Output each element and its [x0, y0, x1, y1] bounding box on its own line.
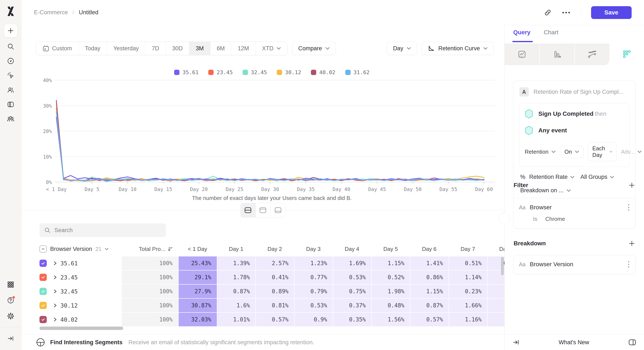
- breadcrumb-project[interactable]: E-Commerce: [34, 9, 68, 16]
- row-checkbox[interactable]: [40, 302, 47, 309]
- filter-card[interactable]: Aa Browser Is Chrome: [513, 198, 636, 228]
- panel-resize-handle[interactable]: [499, 213, 510, 224]
- metric-select[interactable]: Retention Rate: [529, 174, 574, 180]
- row-expander-icon[interactable]: [53, 261, 58, 266]
- row-checkbox[interactable]: [40, 316, 47, 323]
- funnels-icon[interactable]: [539, 43, 574, 65]
- mixpanel-logo[interactable]: [7, 6, 14, 17]
- day-column-header[interactable]: Day 2: [256, 242, 294, 256]
- apps-grid-icon[interactable]: [4, 278, 18, 291]
- boards-icon[interactable]: [4, 98, 18, 111]
- legend-item[interactable]: 40.02: [311, 69, 335, 75]
- table-header-row: Browser Version 21 Total Pro... < 1 DayD…: [40, 242, 504, 256]
- granularity-select[interactable]: Day: [387, 42, 417, 55]
- search-icon[interactable]: [4, 40, 18, 53]
- chart-only-view-button[interactable]: [256, 203, 270, 217]
- tab-chart[interactable]: Chart: [544, 29, 558, 39]
- step-title[interactable]: Retention Rate of Sign Up Compl...: [534, 89, 624, 95]
- day-column-header[interactable]: Day 4: [333, 242, 371, 256]
- legend-item[interactable]: 35.61: [174, 69, 198, 75]
- day-column-header[interactable]: Day 7: [448, 242, 487, 256]
- range-7d[interactable]: 7D: [145, 42, 166, 55]
- row-expander-icon[interactable]: [53, 303, 58, 308]
- breakdown-property[interactable]: Browser Version: [530, 261, 573, 268]
- chevron-down-icon[interactable]: [105, 248, 108, 250]
- retention-line-chart[interactable]: 0%10%20%30%40%< 1 DayDay 5Day 10Day 15Da…: [36, 76, 504, 193]
- row-checkbox[interactable]: [40, 274, 47, 281]
- retention-cell: 0.79%: [294, 285, 333, 298]
- save-button[interactable]: Save: [591, 6, 632, 19]
- row-checkbox[interactable]: [40, 260, 47, 267]
- day-column-header[interactable]: Day 1: [217, 242, 256, 256]
- row-expander-icon[interactable]: [53, 289, 58, 294]
- first-event-row[interactable]: Sign Up Completedthen: [525, 109, 624, 119]
- groups-select[interactable]: All Groups: [580, 174, 614, 180]
- each-day-select[interactable]: Each Day: [588, 142, 617, 161]
- range-3m[interactable]: 3M: [189, 42, 210, 55]
- table-only-view-button[interactable]: [270, 203, 286, 217]
- horizontal-scrollbar-thumb[interactable]: [40, 327, 123, 330]
- vertical-scrollbar-thumb[interactable]: [501, 257, 504, 275]
- day-column-header[interactable]: Day 5: [371, 242, 410, 256]
- advanced-select[interactable]: Adv...: [621, 149, 642, 155]
- second-event-row[interactable]: Any event: [525, 126, 624, 135]
- day-column-header[interactable]: Day 3: [294, 242, 333, 256]
- row-checkbox[interactable]: [40, 288, 47, 295]
- range-yesterday[interactable]: Yesterday: [107, 42, 145, 55]
- date-range-group: CustomTodayYesterday7D30D3M6M12MXTD: [36, 41, 288, 55]
- filter-value[interactable]: Chrome: [545, 216, 565, 222]
- add-filter-icon[interactable]: [629, 182, 635, 188]
- retention-cell: 0.53%: [294, 299, 333, 312]
- legend-item[interactable]: 30.12: [277, 69, 301, 75]
- day-column-header[interactable]: Day 8: [487, 242, 504, 256]
- flow-icon[interactable]: [574, 43, 610, 65]
- help-icon[interactable]: [4, 294, 18, 307]
- create-new-button[interactable]: [4, 24, 18, 37]
- chart-type-select[interactable]: Retention Curve: [422, 42, 494, 55]
- users-icon[interactable]: [4, 83, 18, 97]
- range-today[interactable]: Today: [78, 42, 107, 55]
- more-ellipsis-icon[interactable]: [562, 11, 570, 14]
- day-column-header[interactable]: Day 6: [410, 242, 448, 256]
- compare-button[interactable]: Compare: [292, 42, 336, 55]
- row-expander-icon[interactable]: [53, 317, 58, 322]
- filter-property[interactable]: Browser: [530, 204, 552, 211]
- cursor-spark-icon[interactable]: [4, 69, 18, 82]
- link-icon[interactable]: [544, 9, 552, 16]
- group-icon[interactable]: [4, 112, 18, 126]
- range-xtd[interactable]: XTD: [256, 42, 287, 55]
- split-view-button[interactable]: [241, 203, 256, 217]
- kebab-menu-icon[interactable]: [628, 204, 630, 211]
- breadcrumb-report-title[interactable]: Untitled: [79, 9, 98, 16]
- total-column-header[interactable]: Total Pro...: [139, 246, 165, 252]
- gear-icon[interactable]: [4, 309, 18, 323]
- select-all-checkbox[interactable]: [40, 245, 47, 253]
- on-select[interactable]: On: [560, 146, 584, 158]
- group-column-header[interactable]: Browser Version: [50, 246, 92, 252]
- breakdown-card[interactable]: Aa Browser Version: [513, 255, 636, 274]
- row-expander-icon[interactable]: [53, 275, 58, 280]
- legend-item[interactable]: 31.62: [345, 69, 370, 75]
- collapse-sidebar-icon[interactable]: [4, 332, 18, 345]
- retention-icon[interactable]: [610, 43, 644, 65]
- add-breakdown-icon[interactable]: [629, 240, 635, 247]
- legend-item[interactable]: 32.45: [242, 69, 267, 75]
- search-input[interactable]: [54, 227, 161, 234]
- compass-icon[interactable]: [4, 54, 18, 68]
- sort-descending-icon[interactable]: [168, 246, 173, 252]
- layout-columns-icon[interactable]: [628, 339, 636, 346]
- range-6m[interactable]: 6M: [210, 42, 232, 55]
- retention-type-select[interactable]: Retention: [525, 149, 556, 155]
- range-custom[interactable]: Custom: [36, 42, 78, 55]
- collapse-panel-icon[interactable]: [512, 339, 520, 346]
- find-segments-link[interactable]: Find Interesting Segments: [50, 339, 122, 346]
- range-30d[interactable]: 30D: [166, 42, 190, 55]
- range-12m[interactable]: 12M: [231, 42, 256, 55]
- legend-item[interactable]: 23.45: [208, 69, 232, 75]
- filter-operator[interactable]: Is: [533, 216, 537, 222]
- day-column-header[interactable]: < 1 Day: [178, 242, 217, 256]
- kebab-menu-icon[interactable]: [628, 261, 630, 268]
- tab-query[interactable]: Query: [513, 29, 530, 39]
- insights-icon[interactable]: [505, 43, 539, 65]
- whats-new-link[interactable]: What's New: [520, 339, 628, 346]
